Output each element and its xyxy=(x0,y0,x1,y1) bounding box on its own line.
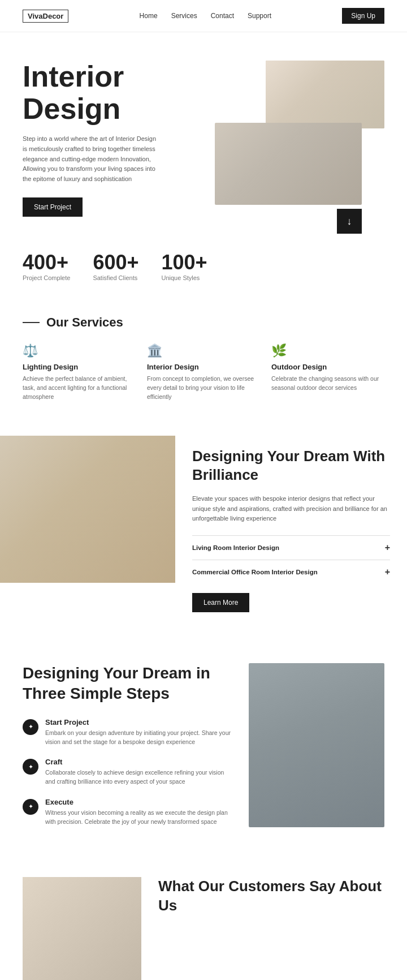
nav-contact[interactable]: Contact xyxy=(211,12,234,20)
outdoor-icon: 🌿 xyxy=(271,343,384,358)
step-2-text: Craft Collaborate closely to achieve des… xyxy=(45,758,232,786)
services-section: Our Services ⚖️ Lighting Design Achieve … xyxy=(0,298,407,418)
step-3-text: Execute Witness your vision becoming a r… xyxy=(45,798,232,827)
service-interior: 🏛️ Interior Design From concept to compl… xyxy=(147,343,260,401)
nav-services[interactable]: Services xyxy=(171,12,197,20)
services-header: Our Services xyxy=(23,315,384,330)
arrow-down-icon: ↓ xyxy=(347,216,352,227)
hero-content: Interior Design Step into a world where … xyxy=(23,61,209,217)
steps-room-image xyxy=(249,663,384,827)
logo: VivaDecor xyxy=(23,11,68,21)
nav-links: Home Services Contact Support xyxy=(140,12,271,20)
step-3-title: Execute xyxy=(45,798,232,806)
testimonials-section: What Our Customers Say About Us " Workin… xyxy=(0,860,407,980)
navigation: VivaDecor Home Services Contact Support … xyxy=(0,0,407,32)
accordion-living-room[interactable]: Living Room Interior Design + xyxy=(192,535,390,560)
testimonials-header: What Our Customers Say About Us xyxy=(23,877,384,980)
stat-styles-number: 100+ xyxy=(161,251,207,274)
stats-section: 400+ Project Complete 600+ Satisfied Cli… xyxy=(0,234,407,298)
hero-section: Interior Design Step into a world where … xyxy=(0,32,407,234)
service-interior-desc: From concept to completion, we oversee e… xyxy=(147,375,260,401)
scroll-down-button[interactable]: ↓ xyxy=(337,209,362,234)
design-brilliance-section: Designing Your Dream With Brilliance Ele… xyxy=(0,419,407,641)
step-1: ✦ Start Project Embark on your design ad… xyxy=(23,718,232,747)
stat-projects-number: 400+ xyxy=(23,251,70,274)
services-title: Our Services xyxy=(46,315,123,330)
hero-image-bottom xyxy=(215,123,362,205)
step-1-circle: ✦ xyxy=(23,719,38,735)
service-outdoor-desc: Celebrate the changing seasons with our … xyxy=(271,375,384,393)
steps-section: Designing Your Dream in Three Simple Ste… xyxy=(0,641,407,860)
testimonials-title: What Our Customers Say About Us xyxy=(158,877,384,915)
service-lighting: ⚖️ Lighting Design Achieve the perfect b… xyxy=(23,343,136,401)
design-room-image xyxy=(0,436,175,583)
signup-button[interactable]: Sign Up xyxy=(342,8,384,24)
step-2: ✦ Craft Collaborate closely to achieve d… xyxy=(23,758,232,786)
lighting-icon: ⚖️ xyxy=(23,343,136,358)
accordion-living-room-label: Living Room Interior Design xyxy=(192,544,279,551)
stat-clients-label: Satisfied Clients xyxy=(93,274,138,281)
hero-images: ↓ xyxy=(209,61,384,217)
accordion-plus-icon: + xyxy=(385,543,390,553)
step-1-title: Start Project xyxy=(45,718,232,727)
stat-styles-label: Unique Styles xyxy=(161,274,207,281)
stat-clients: 600+ Satisfied Clients xyxy=(93,251,138,281)
service-outdoor: 🌿 Outdoor Design Celebrate the changing … xyxy=(271,343,384,401)
testimonials-image xyxy=(23,877,141,980)
steps-title: Designing Your Dream in Three Simple Ste… xyxy=(23,663,232,704)
step-2-icon: ✦ xyxy=(28,763,33,771)
service-outdoor-title: Outdoor Design xyxy=(271,363,384,371)
accordion-office[interactable]: Commercial Office Room Interior Design + xyxy=(192,560,390,584)
testimonials-content: What Our Customers Say About Us xyxy=(158,877,384,980)
stat-styles: 100+ Unique Styles xyxy=(161,251,207,281)
design-description: Elevate your spaces with bespoke interio… xyxy=(192,494,390,524)
step-2-title: Craft xyxy=(45,758,232,766)
learn-more-button[interactable]: Learn More xyxy=(192,593,249,612)
nav-home[interactable]: Home xyxy=(140,12,158,20)
step-2-desc: Collaborate closely to achieve design ex… xyxy=(45,768,232,786)
section-line xyxy=(23,322,40,323)
stat-projects-label: Project Complete xyxy=(23,274,70,281)
services-grid: ⚖️ Lighting Design Achieve the perfect b… xyxy=(23,343,384,401)
hero-description: Step into a world where the art of Inter… xyxy=(23,134,158,184)
design-title: Designing Your Dream With Brilliance xyxy=(192,447,390,485)
step-3-icon: ✦ xyxy=(28,803,33,810)
service-lighting-title: Lighting Design xyxy=(23,363,136,371)
hero-title: Interior Design xyxy=(23,61,198,125)
interior-icon: 🏛️ xyxy=(147,343,260,358)
step-2-circle: ✦ xyxy=(23,759,38,775)
stat-projects: 400+ Project Complete xyxy=(23,251,70,281)
hero-image-top xyxy=(266,61,384,128)
accordion-plus-icon-2: + xyxy=(385,567,390,577)
stat-clients-number: 600+ xyxy=(93,251,138,274)
design-content: Designing Your Dream With Brilliance Ele… xyxy=(175,436,407,624)
step-1-text: Start Project Embark on your design adve… xyxy=(45,718,232,747)
accordion-office-label: Commercial Office Room Interior Design xyxy=(192,569,318,575)
start-project-button[interactable]: Start Project xyxy=(23,197,83,217)
service-interior-title: Interior Design xyxy=(147,363,260,371)
step-3: ✦ Execute Witness your vision becoming a… xyxy=(23,798,232,827)
steps-content: Designing Your Dream in Three Simple Ste… xyxy=(23,663,232,837)
nav-support[interactable]: Support xyxy=(248,12,271,20)
step-1-icon: ✦ xyxy=(28,723,33,730)
step-1-desc: Embark on your design adventure by initi… xyxy=(45,729,232,747)
step-3-circle: ✦ xyxy=(23,799,38,815)
step-3-desc: Witness your vision becoming a reality a… xyxy=(45,809,232,827)
service-lighting-desc: Achieve the perfect balance of ambient, … xyxy=(23,375,136,401)
